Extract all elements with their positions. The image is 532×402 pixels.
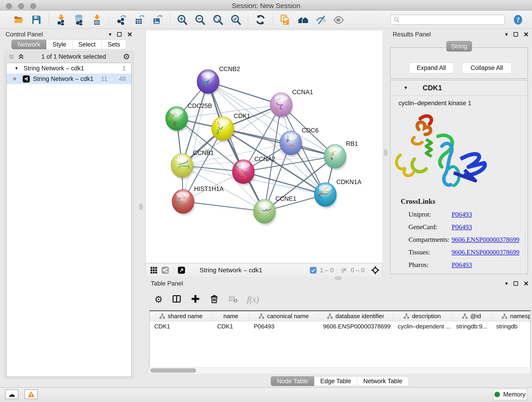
node-CDC6[interactable] <box>280 131 302 157</box>
table-cell[interactable]: stringdb <box>492 321 530 332</box>
tab-sets[interactable]: Sets <box>101 40 126 49</box>
string-badge-button[interactable] <box>161 266 169 274</box>
close-panel-icon[interactable]: ✕ <box>524 280 529 287</box>
protein-section-header[interactable]: ▼ CDK1 <box>391 80 527 96</box>
export-table-button[interactable] <box>133 13 146 26</box>
grid-view-button[interactable] <box>150 266 158 274</box>
table-row[interactable]: CDK1CDK1P064939606.ENSP00000378699cyclin… <box>150 321 530 332</box>
zoom-out-button[interactable] <box>194 13 206 26</box>
float-panel-icon[interactable] <box>513 281 518 286</box>
protein-description: cyclin–dependent kinase 1 <box>391 96 527 107</box>
open-session-button[interactable] <box>12 13 25 26</box>
panel-menu-icon[interactable]: ▾ <box>505 31 508 38</box>
export-image-button[interactable] <box>151 13 164 26</box>
crosslink-link[interactable]: P06493 <box>452 211 472 218</box>
delete-column-button[interactable] <box>209 294 219 305</box>
edge-HIST1H1A-CCNE1[interactable] <box>183 201 264 211</box>
import-network-file-button[interactable] <box>55 13 68 26</box>
crosslink-link[interactable]: 9606.ENSP00000378699 <box>452 236 519 243</box>
table-cell[interactable]: 9606.ENSP00000378699 <box>318 321 393 332</box>
panel-menu-icon[interactable]: ▾ <box>505 280 508 287</box>
duplicate-network-button[interactable] <box>279 13 292 26</box>
column-header-namespace[interactable]: namespace <box>492 311 530 321</box>
import-network-database-button[interactable] <box>73 13 85 26</box>
node-CCNE1[interactable] <box>253 199 276 225</box>
node-CCNB1[interactable] <box>171 152 194 179</box>
table-cell[interactable]: cyclin–dependent ... <box>393 321 452 332</box>
tab-edge-table[interactable]: Edge Table <box>314 376 357 386</box>
column-header-name[interactable]: name <box>213 311 249 321</box>
horizontal-scrollbar[interactable] <box>149 367 530 374</box>
node-CDKN1A[interactable] <box>314 183 337 208</box>
crosslink-link[interactable]: P06493 <box>452 261 472 269</box>
table-cell[interactable]: P06493 <box>249 321 318 332</box>
column-header-description[interactable]: description <box>393 311 452 321</box>
memory-status-button[interactable]: Memory <box>493 389 527 400</box>
tab-style[interactable]: Style <box>46 40 72 49</box>
table-options-gear-icon[interactable]: ⚙ <box>154 294 163 305</box>
network-canvas[interactable]: CCNB2CCNA1CDC25BCDK1CDC6RB1CCNB1CCNA2CDK… <box>146 31 382 263</box>
import-table-file-button[interactable] <box>90 13 103 26</box>
zoom-in-button[interactable] <box>176 13 189 26</box>
node-RB1[interactable] <box>324 144 347 170</box>
node-HIST1H1A[interactable] <box>172 190 195 215</box>
tab-node-table[interactable]: Node Table <box>271 376 314 386</box>
hidden-eye-slash-icon[interactable] <box>340 267 348 274</box>
column-header-canonical-name[interactable]: canonical name <box>249 311 318 321</box>
node-CDK1[interactable] <box>212 117 234 142</box>
panel-menu-icon[interactable]: ▾ <box>109 31 111 38</box>
show-columns-button[interactable] <box>172 294 181 305</box>
zoom-selected-button[interactable] <box>229 13 242 26</box>
column-header-shared-name[interactable]: shared name <box>150 311 213 321</box>
open-in-browser-button[interactable] <box>177 266 185 274</box>
selected-checkbox-icon[interactable] <box>310 267 317 274</box>
table-cell[interactable]: stringdb:9... <box>452 321 492 332</box>
export-network-button[interactable] <box>115 13 128 26</box>
table-cell[interactable]: CDK1 <box>150 321 213 332</box>
network-options-gear-icon[interactable]: ⚙ <box>123 52 130 61</box>
close-panel-icon[interactable]: ✕ <box>127 31 133 38</box>
tab-network[interactable]: Network <box>12 40 46 49</box>
tree-expand-icon[interactable]: ▼ <box>14 66 19 71</box>
column-header-database-identifier[interactable]: database identifier <box>318 311 393 321</box>
crosslink-link[interactable]: P06493 <box>452 223 472 231</box>
network-row-selected[interactable]: String Network – cdk1 11 48 <box>7 74 131 84</box>
node-CCNB2[interactable] <box>197 70 220 95</box>
node-CCNA2[interactable] <box>232 160 255 185</box>
node-CDC25B[interactable] <box>166 107 188 132</box>
table-cell[interactable]: CDK1 <box>213 321 249 332</box>
crosslink-link[interactable]: 9606.ENSP00000378699 <box>452 249 519 256</box>
node-CCNA1[interactable] <box>270 93 293 118</box>
tab-string[interactable]: String <box>446 41 472 51</box>
tab-network-table[interactable]: Network Table <box>357 376 409 386</box>
scrollbar-track[interactable] <box>525 81 526 273</box>
network-collection-row[interactable]: ▼ String Network – cdk1 1 <box>7 63 131 74</box>
zoom-fit-button[interactable] <box>211 13 224 26</box>
splitter-handle[interactable] <box>139 204 143 210</box>
collapse-all-button[interactable]: Collapse All <box>462 63 512 73</box>
add-column-button[interactable] <box>191 294 200 305</box>
hide-panel-button[interactable] <box>315 13 327 26</box>
show-view-button[interactable] <box>332 13 345 26</box>
tab-select[interactable]: Select <box>72 40 102 49</box>
home-button[interactable] <box>297 13 310 26</box>
float-panel-icon[interactable] <box>513 32 518 37</box>
search-input[interactable] <box>402 16 502 23</box>
search-field[interactable] <box>390 15 505 25</box>
scrollbar-thumb[interactable] <box>150 368 196 373</box>
close-panel-icon[interactable]: ✕ <box>524 31 529 38</box>
save-session-button[interactable] <box>30 13 43 26</box>
help-button[interactable]: ? <box>513 14 523 25</box>
column-header--id[interactable]: @id <box>452 311 492 321</box>
expand-all-button[interactable]: Expand All <box>409 63 454 73</box>
fit-crosshair-icon[interactable] <box>371 266 380 274</box>
splitter-handle[interactable] <box>384 149 387 156</box>
collapse-all-icon[interactable] <box>8 53 15 60</box>
section-expand-icon[interactable]: ▼ <box>404 85 408 90</box>
apply-layout-button[interactable] <box>254 13 267 26</box>
warnings-button[interactable] <box>25 389 38 399</box>
expand-all-icon[interactable] <box>18 53 25 60</box>
edge-CCNB2-HIST1H1A[interactable] <box>183 82 208 201</box>
float-panel-icon[interactable] <box>117 32 122 37</box>
cloud-services-button[interactable]: ☁ <box>5 389 18 399</box>
